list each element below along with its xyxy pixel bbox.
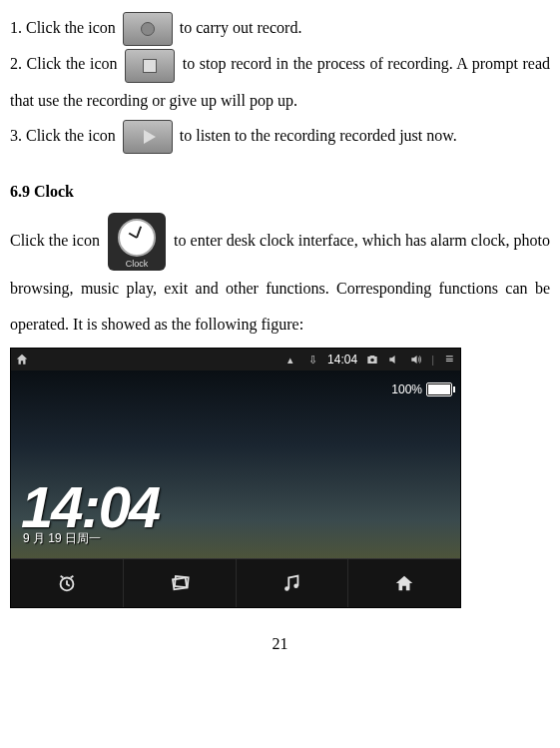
toolbar-home[interactable] bbox=[348, 559, 460, 607]
toolbar-music[interactable] bbox=[237, 559, 349, 607]
home-icon[interactable] bbox=[15, 353, 29, 367]
record-icon bbox=[123, 12, 173, 46]
svg-point-4 bbox=[285, 586, 290, 591]
clock-date: 9 月 19 日周一 bbox=[23, 525, 101, 551]
wifi-icon: ▴ bbox=[283, 353, 297, 367]
section-heading: 6.9 Clock bbox=[10, 174, 550, 209]
play-icon bbox=[123, 120, 173, 154]
wallpaper-area: 100% 14:04 9 月 19 日周一 bbox=[11, 371, 460, 558]
status-time: 14:04 bbox=[327, 347, 357, 373]
text: Click the icon bbox=[10, 232, 104, 249]
camera-icon[interactable] bbox=[365, 353, 379, 367]
battery-icon bbox=[426, 382, 452, 396]
svg-point-5 bbox=[294, 583, 299, 588]
step-3: 3. Click the icon to listen to the recor… bbox=[10, 118, 550, 154]
toolbar bbox=[11, 558, 460, 607]
volume-up-icon[interactable] bbox=[409, 353, 423, 367]
stop-icon bbox=[125, 49, 175, 83]
text: to listen to the recording recorded just… bbox=[180, 127, 457, 144]
clock-icon-label: Clock bbox=[108, 260, 166, 269]
step-2: 2. Click the icon to stop record in the … bbox=[10, 46, 550, 118]
toolbar-gallery[interactable] bbox=[124, 559, 237, 607]
download-icon: ⇩ bbox=[305, 353, 319, 367]
clock-paragraph: Click the icon Clock to enter desk clock… bbox=[10, 213, 550, 341]
status-bar: ▴ ⇩ 14:04 | ≡ bbox=[11, 349, 460, 371]
text: 1. Click the icon bbox=[10, 19, 120, 36]
svg-point-0 bbox=[370, 359, 374, 363]
volume-down-icon[interactable] bbox=[387, 353, 401, 367]
battery-percent: 100% bbox=[391, 376, 422, 402]
clock-app-icon: Clock bbox=[108, 213, 166, 271]
text: 3. Click the icon bbox=[10, 127, 120, 144]
step-1: 1. Click the icon to carry out record. bbox=[10, 10, 550, 46]
menu-icon[interactable]: ≡ bbox=[442, 353, 456, 367]
page-number: 21 bbox=[10, 636, 550, 652]
text: to carry out record. bbox=[180, 19, 302, 36]
text: 2. Click the icon bbox=[10, 55, 122, 72]
clock-screenshot: ▴ ⇩ 14:04 | ≡ 100% 14:04 9 月 19 日周一 bbox=[10, 348, 461, 608]
toolbar-alarm[interactable] bbox=[11, 559, 124, 607]
battery-indicator: 100% bbox=[391, 376, 452, 402]
